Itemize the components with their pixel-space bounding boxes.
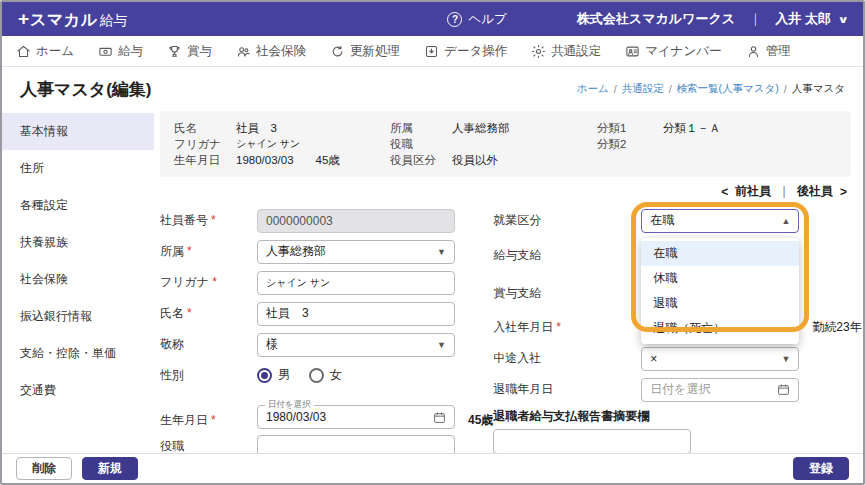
form-row-mid-career: 中途入社 ×▼ (493, 343, 863, 374)
nav-item-admin[interactable]: 管理 (746, 43, 791, 60)
next-employee-chevron-icon[interactable]: > (840, 185, 847, 199)
form-row-birth-date: 生年月日* 日付を選択 1980/03/03 45歳 (160, 391, 493, 431)
breadcrumb: ホーム / 共通設定 / 検索一覧(人事マスタ) / 人事マスタ (577, 82, 845, 96)
name-label: 氏名* (160, 305, 257, 322)
breadcrumb-separator: / (669, 83, 672, 95)
nav-item-settings[interactable]: 共通設定 (531, 43, 601, 60)
app-header: + スマカル 給与 ? ヘルプ 株式会社スマカルワークス ｜ 入井 太郎 ∨ (2, 2, 863, 36)
tenure-suffix: 勤続23年 3ヶ月 (812, 319, 863, 336)
company-name: 株式会社スマカルワークス (577, 10, 735, 28)
summary-col-2: 所属人事総務部 役職 役員区分役員以外 (390, 120, 597, 168)
nav-item-salary[interactable]: 給与 (98, 43, 143, 60)
nav-label: 社会保険 (256, 43, 306, 60)
social-insurance-icon (236, 44, 251, 59)
user-name: 入井 太郎 (775, 10, 831, 28)
prev-employee-chevron-icon[interactable]: < (721, 185, 728, 199)
nav-item-social-insurance[interactable]: 社会保険 (236, 43, 306, 60)
calendar-icon[interactable] (433, 411, 446, 424)
required-mark: * (187, 244, 192, 258)
prev-employee-link[interactable]: 前社員 (735, 183, 771, 200)
nav-item-mynumber[interactable]: マイナンバー (625, 43, 721, 60)
nav-label: ホーム (36, 43, 74, 60)
nav-label: 賞与 (187, 43, 212, 60)
app-logo[interactable]: + スマカル 給与 (18, 8, 128, 31)
breadcrumb-settings[interactable]: 共通設定 (622, 82, 664, 96)
birth-date-field[interactable]: 日付を選択 1980/03/03 (257, 405, 455, 429)
employment-option-retired[interactable]: 退職 (641, 291, 799, 316)
home-icon (16, 44, 31, 59)
post-label: 役職 (160, 438, 257, 453)
nav-item-update[interactable]: 更新処理 (330, 43, 400, 60)
summary-dept-label: 所属 (390, 120, 452, 136)
employment-select[interactable]: 在職▲ (641, 209, 799, 233)
breadcrumb-current: 人事マスタ (792, 82, 845, 96)
nav-label: 更新処理 (350, 43, 400, 60)
summary-class2-label: 分類2 (597, 136, 663, 152)
sidebar-item-basic-info[interactable]: 基本情報 (2, 113, 154, 150)
form-row-post: 役職 (160, 431, 493, 453)
summary-col-1: 氏名社員 3 フリガナシャイン サン 生年月日1980/03/0345歳 (174, 120, 390, 168)
gender-female-radio[interactable]: 女 (309, 367, 343, 384)
department-select[interactable]: 人事総務部▼ (257, 240, 455, 264)
sidebar-item-commute[interactable]: 交通費 (2, 372, 154, 409)
radio-dot-icon (309, 368, 324, 383)
summary-officer-value: 役員以外 (452, 152, 498, 168)
main-content: 氏名社員 3 フリガナシャイン サン 生年月日1980/03/0345歳 所属人… (154, 109, 863, 453)
nav-item-data-operations[interactable]: データ操作 (424, 43, 507, 60)
delete-button[interactable]: 削除 (16, 457, 72, 480)
form-row-retire-note-label: 退職者給与支払報告書摘要欄 (493, 405, 863, 425)
summary-birth-value: 1980/03/03 (236, 152, 294, 168)
breadcrumb-search-list[interactable]: 検索一覧(人事マスタ) (677, 82, 779, 96)
kana-input[interactable] (257, 271, 455, 295)
sidebar-item-various-settings[interactable]: 各種設定 (2, 187, 154, 224)
gender-male-label: 男 (278, 367, 291, 384)
employment-option-leave[interactable]: 休職 (641, 266, 799, 291)
honorific-label: 敬称 (160, 336, 257, 353)
retire-note-label: 退職者給与支払報告書摘要欄 (493, 408, 649, 425)
honorific-select[interactable]: 様▼ (257, 333, 455, 357)
retire-date-field[interactable]: 日付を選択 (641, 378, 799, 402)
required-mark: * (556, 320, 561, 334)
submit-button[interactable]: 登録 (793, 457, 849, 480)
sidebar-item-dependents[interactable]: 扶養親族 (2, 224, 154, 261)
sidebar-item-social-insurance[interactable]: 社会保険 (2, 261, 154, 298)
mid-career-select[interactable]: ×▼ (641, 347, 799, 371)
name-input[interactable] (257, 302, 455, 326)
next-employee-link[interactable]: 後社員 (797, 183, 833, 200)
post-input[interactable] (257, 435, 455, 454)
bonus-pay-label: 賞与支給 (493, 285, 641, 302)
summary-post-label: 役職 (390, 136, 452, 152)
mynumber-icon (625, 44, 640, 59)
calendar-icon[interactable] (777, 383, 790, 396)
logo-text-main: スマカル (30, 10, 98, 31)
form-row-gender: 性別 男 女 (160, 360, 493, 391)
nav-item-home[interactable]: ホーム (16, 43, 74, 60)
pager-divider: ｜ (778, 183, 790, 200)
summary-officer-label: 役員区分 (390, 152, 452, 168)
new-button[interactable]: 新規 (82, 457, 138, 480)
nav-item-bonus[interactable]: 賞与 (167, 43, 212, 60)
sidebar-item-pay-deduction-rate[interactable]: 支給・控除・単価 (2, 335, 154, 372)
page-body: 基本情報 住所 各種設定 扶養親族 社会保険 振込銀行情報 支給・控除・単価 交… (2, 109, 863, 453)
employment-option-deceased[interactable]: 退職（死亡） (641, 316, 799, 341)
sidebar-item-address[interactable]: 住所 (2, 150, 154, 187)
sidebar-item-bank-transfer[interactable]: 振込銀行情報 (2, 298, 154, 335)
breadcrumb-home[interactable]: ホーム (577, 82, 609, 96)
summary-kana-value: シャイン サン (236, 136, 300, 152)
required-mark: * (212, 275, 217, 289)
required-mark: * (211, 213, 216, 227)
form-column-left: 社員番号* 所属* 人事総務部▼ フリガナ* 氏名* (160, 205, 493, 453)
employment-value: 在職 (650, 212, 674, 229)
summary-name-label: 氏名 (174, 120, 236, 136)
salary-icon (98, 44, 113, 59)
gender-male-radio[interactable]: 男 (257, 367, 291, 384)
caret-down-icon: ▼ (781, 354, 790, 364)
help-link[interactable]: ? ヘルプ (447, 11, 506, 28)
employment-option-active[interactable]: 在職 (641, 241, 799, 266)
breadcrumb-separator: / (614, 83, 617, 95)
settings-icon (531, 44, 546, 59)
retire-note-input[interactable] (493, 429, 691, 453)
caret-down-icon: ▼ (437, 340, 446, 350)
summary-class1-label: 分類1 (597, 120, 663, 136)
user-menu[interactable]: 入井 太郎 ∨ (775, 10, 847, 28)
